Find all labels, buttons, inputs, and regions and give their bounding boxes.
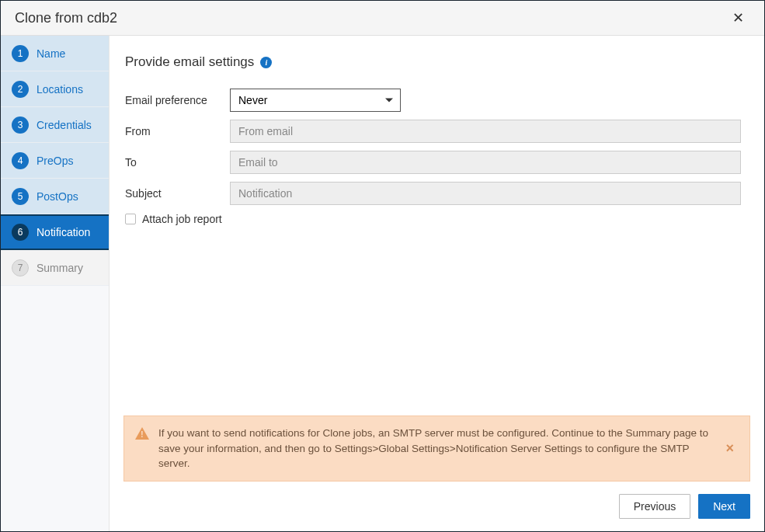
section-title-text: Provide email settings [125,54,254,70]
label-subject: Subject [125,187,230,200]
step-label: Summary [37,262,83,274]
alert-close-button[interactable]: × [721,440,739,457]
modal-header: Clone from cdb2 ✕ [1,1,764,36]
label-to: To [125,156,230,169]
step-label: PreOps [37,155,73,167]
email-preference-select-wrap: Never [230,89,401,112]
wizard-footer: Previous Next [110,491,764,531]
row-from: From [125,120,741,143]
step-label: Name [37,47,65,60]
previous-button[interactable]: Previous [619,494,690,519]
step-number: 1 [12,45,29,62]
content-wrap: Provide email settings i Email preferenc… [110,36,764,531]
label-from: From [125,125,230,137]
label-attach-report: Attach job report [142,213,222,225]
step-number: 7 [12,259,29,276]
step-label: Notification [37,226,90,238]
subject-input[interactable] [230,182,741,205]
sidebar-item-summary[interactable]: 7 Summary [1,250,109,286]
step-number: 4 [12,152,29,169]
row-subject: Subject [125,182,741,205]
sidebar-item-locations[interactable]: 2 Locations [1,71,109,107]
row-to: To [125,151,741,174]
sidebar-item-credentials[interactable]: 3 Credentials [1,107,109,143]
wizard-sidebar: 1 Name 2 Locations 3 Credentials 4 PreOp… [1,36,110,531]
attach-report-checkbox[interactable] [125,214,136,224]
from-input[interactable] [230,120,741,143]
close-icon: ✕ [732,10,744,26]
smtp-warning-alert: If you want to send notifications for Cl… [123,416,750,482]
step-label: PostOps [37,190,78,203]
step-number: 6 [12,224,29,241]
sidebar-item-name[interactable]: 1 Name [1,36,109,71]
clone-wizard-modal: Clone from cdb2 ✕ 1 Name 2 Locations 3 C… [0,0,765,532]
sidebar-item-notification[interactable]: 6 Notification [1,214,109,250]
modal-body: 1 Name 2 Locations 3 Credentials 4 PreOp… [1,36,764,531]
section-title: Provide email settings i [125,54,741,70]
next-button[interactable]: Next [698,494,750,519]
label-email-preference: Email preference [125,94,230,106]
step-label: Locations [37,83,83,96]
info-icon[interactable]: i [260,57,272,68]
step-number: 3 [12,116,29,134]
content-panel: Provide email settings i Email preferenc… [110,36,764,416]
sidebar-item-preops[interactable]: 4 PreOps [1,143,109,179]
warning-icon [135,427,149,440]
to-input[interactable] [230,151,741,174]
step-label: Credentials [37,119,92,131]
close-icon: × [725,440,734,456]
close-button[interactable]: ✕ [726,6,750,30]
step-number: 5 [12,188,29,205]
step-number: 2 [12,81,29,98]
email-preference-select[interactable]: Never [230,89,401,112]
modal-title: Clone from cdb2 [15,10,117,26]
sidebar-item-postops[interactable]: 5 PostOps [1,179,109,214]
row-attach-report: Attach job report [125,213,741,225]
row-email-preference: Email preference Never [125,89,741,112]
alert-text: If you want to send notifications for Cl… [158,426,721,471]
